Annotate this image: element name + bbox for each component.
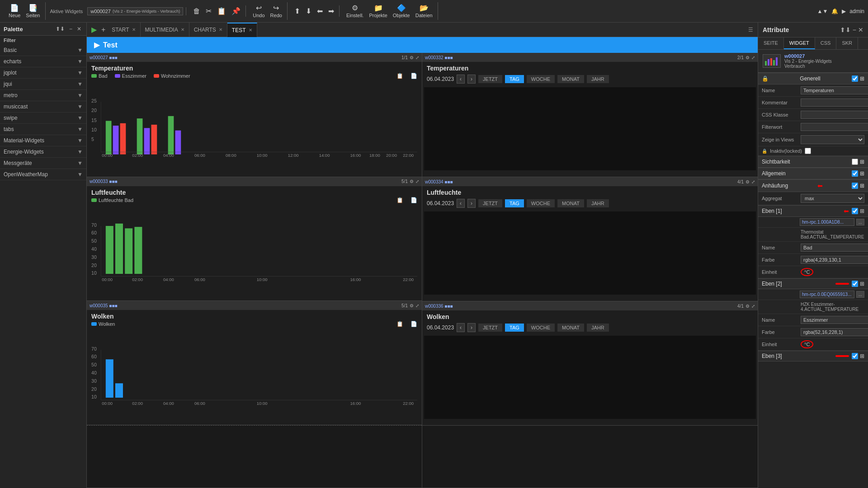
widget-settings-luftfeuchte[interactable]: ⚙	[410, 179, 414, 184]
palette-expand-btn[interactable]: ⬆⬇	[54, 25, 66, 33]
generell-check[interactable]	[852, 75, 858, 82]
widget-settings-temp-right[interactable]: ⚙	[745, 55, 750, 60]
nav-jahr-wolken[interactable]: JAHR	[587, 324, 609, 332]
palette-item-swipe[interactable]: swipe▼	[0, 113, 86, 124]
section-sichtbarkeit[interactable]: Sichtbarkeit ⊞	[758, 156, 868, 168]
align-btn-3[interactable]: ⬅	[315, 5, 325, 17]
widget-expand-wolken[interactable]: ⤢	[415, 303, 419, 308]
attr-close-btn[interactable]: ✕	[858, 26, 863, 33]
nav-next-luft[interactable]: ›	[467, 199, 476, 208]
nav-tag-wolken[interactable]: TAG	[505, 324, 524, 332]
allgemein-check[interactable]	[852, 170, 858, 177]
nav-tag-luft[interactable]: TAG	[505, 199, 524, 207]
play-button[interactable]: ▶	[89, 25, 99, 34]
eben1-farbe-input[interactable]	[801, 256, 868, 264]
widget-expand-luft-right[interactable]: ⤢	[751, 179, 755, 184]
eben2-name-input[interactable]	[801, 316, 868, 324]
paste-button[interactable]: 📌	[229, 5, 243, 17]
tab-start-close[interactable]: ✕	[132, 27, 136, 32]
section-anhaeufung[interactable]: Anhäufung ⬅ ⊞	[758, 179, 868, 192]
attr-minimize-btn[interactable]: −	[853, 26, 856, 33]
attr-tab-seite[interactable]: SEITE	[758, 38, 784, 49]
attr-css-input[interactable]	[801, 111, 868, 119]
eben2-farbe-input[interactable]	[801, 328, 868, 336]
eben1-check[interactable]	[852, 208, 858, 214]
widget-settings-wolken-right[interactable]: ⚙	[745, 304, 750, 309]
tab-options-button[interactable]: ☰	[745, 27, 756, 33]
attr-tab-skr[interactable]: SKR	[836, 38, 858, 49]
palette-item-metro[interactable]: metro▼	[0, 90, 86, 101]
ebene-1-header[interactable]: Eben [1] ⬅ ⊞	[758, 205, 868, 217]
copy-button[interactable]: 📋	[215, 5, 228, 17]
widget-expand-luftfeuchte[interactable]: ⤢	[415, 179, 419, 184]
palette-item-echarts[interactable]: echarts▼	[0, 56, 86, 67]
attr-tab-css[interactable]: CSS	[815, 38, 837, 49]
align-btn-1[interactable]: ⬆	[292, 5, 302, 17]
tab-multimedia-close[interactable]: ✕	[181, 27, 184, 32]
align-btn-4[interactable]: ➡	[326, 5, 336, 17]
tab-multimedia[interactable]: MULTIMEDIA ✕	[141, 23, 189, 37]
widget-settings-btn[interactable]: ⚙	[410, 55, 414, 60]
ebene-2-header[interactable]: Eben [2] ⊞	[758, 278, 868, 289]
nav-tag-temp[interactable]: TAG	[505, 75, 524, 83]
section-generell[interactable]: 🔒 Generell ⊞	[758, 73, 868, 84]
nav-woche-luft[interactable]: WOCHE	[527, 199, 555, 207]
attr-name-input[interactable]	[801, 86, 868, 94]
palette-minimize-btn[interactable]: −	[68, 25, 74, 33]
redo-button[interactable]: ↪ Redo	[268, 2, 284, 19]
palette-item-tabs[interactable]: tabs▼	[0, 124, 86, 135]
nav-jetzt-temp[interactable]: JETZT	[478, 75, 502, 83]
palette-item-openweather[interactable]: OpenWeatherMap▼	[0, 169, 86, 180]
pages-button[interactable]: 📑 Seiten	[24, 2, 42, 19]
nav-prev-temp[interactable]: ‹	[457, 75, 465, 84]
dateien-button[interactable]: 📂 Dateien	[413, 2, 435, 19]
einstell-button[interactable]: ⚙ Einstell.	[344, 2, 366, 19]
attr-expand-btn[interactable]: ⬆⬇	[840, 26, 851, 33]
widget-copy-icon-3[interactable]: 📋	[396, 321, 403, 327]
tab-test-close[interactable]: ✕	[249, 28, 252, 33]
cut-button[interactable]: ✂	[203, 5, 214, 17]
oid-edit-btn-2[interactable]: ...	[856, 291, 864, 298]
new-page-button[interactable]: 📄 Neue	[6, 2, 23, 19]
eben1-name-input[interactable]	[801, 244, 868, 252]
nav-prev-wolken[interactable]: ‹	[457, 323, 465, 332]
tab-test[interactable]: TEST ✕	[227, 23, 257, 37]
attr-filterwort-input[interactable]	[801, 123, 868, 131]
add-tab-button[interactable]: +	[99, 26, 107, 34]
nav-monat-wolken[interactable]: MONAT	[557, 324, 584, 332]
nav-woche-wolken[interactable]: WOCHE	[527, 324, 555, 332]
widget-doc-icon[interactable]: 📄	[410, 73, 417, 79]
palette-close-btn[interactable]: ✕	[75, 25, 83, 33]
projekte-button[interactable]: 📁 Projekte	[367, 2, 389, 19]
oid-edit-btn-1[interactable]: ...	[856, 219, 864, 225]
attr-tab-widget[interactable]: WIDGET	[784, 38, 815, 49]
widget-copy-icon[interactable]: 📋	[396, 73, 403, 79]
tab-start[interactable]: START ✕	[107, 23, 140, 37]
nav-woche-temp[interactable]: WOCHE	[527, 75, 555, 83]
palette-item-jqui[interactable]: jqui▼	[0, 79, 86, 90]
eben2-check[interactable]	[852, 281, 858, 287]
sichtbarkeit-check[interactable]	[852, 159, 858, 165]
nav-jetzt-luft[interactable]: JETZT	[478, 199, 502, 207]
attr-views-select[interactable]	[801, 135, 864, 144]
widget-expand-btn[interactable]: ⤢	[415, 55, 419, 60]
nav-jetzt-wolken[interactable]: JETZT	[478, 324, 502, 332]
nav-next-temp[interactable]: ›	[467, 75, 476, 84]
delete-button[interactable]: 🗑	[191, 5, 203, 17]
anhaeufung-check[interactable]	[852, 183, 858, 189]
palette-item-basic[interactable]: Basic▼	[0, 45, 86, 56]
palette-item-jqplot[interactable]: jqplot▼	[0, 67, 86, 79]
nav-prev-luft[interactable]: ‹	[457, 199, 465, 208]
widget-expand-wolken-right[interactable]: ⤢	[751, 304, 755, 309]
ebene-3-header[interactable]: Eben [3] ⊞	[758, 351, 868, 361]
widget-selector[interactable]: w000027 (Vis 2 - Energie-Widgets - Verbr…	[87, 7, 183, 15]
eben3-check[interactable]	[852, 353, 858, 359]
section-allgemein[interactable]: Allgemein ⊞	[758, 168, 868, 179]
widget-expand-temp-right[interactable]: ⤢	[751, 55, 755, 60]
palette-item-energie[interactable]: Energie-Widgets▼	[0, 146, 86, 158]
nav-jahr-temp[interactable]: JAHR	[587, 75, 609, 83]
palette-item-material[interactable]: Material-Widgets▼	[0, 135, 86, 146]
nav-jahr-luft[interactable]: JAHR	[587, 199, 609, 207]
widget-settings-wolken[interactable]: ⚙	[410, 303, 414, 308]
palette-item-musiccast[interactable]: musiccast▼	[0, 101, 86, 113]
